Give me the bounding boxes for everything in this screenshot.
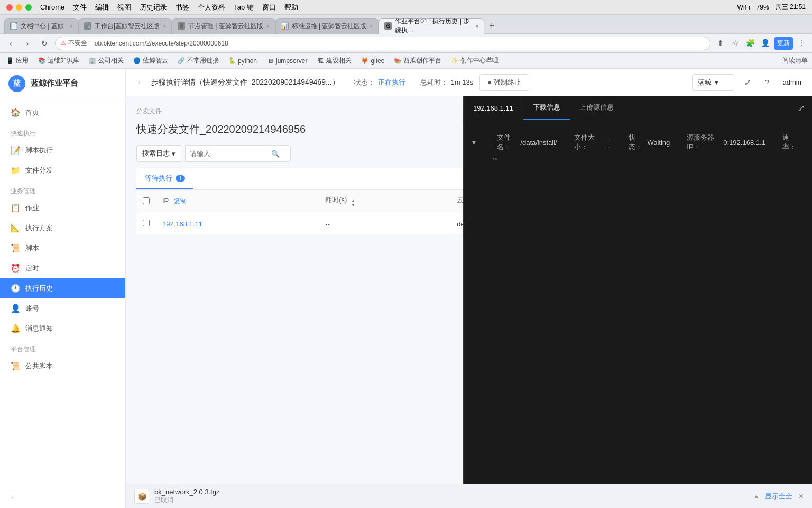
bookmark-jumpserver-label: jumpserver (276, 57, 307, 65)
share-icon[interactable]: ⬆ (715, 37, 726, 49)
tab-waiting[interactable]: 等待执行 1 (136, 168, 193, 189)
browser-tab-1[interactable]: 📄 文档中心 | 蓝鲸 × (4, 18, 78, 34)
sidebar-item-account[interactable]: 👤 账号 (0, 298, 125, 319)
menu-icon[interactable]: ⋮ (796, 37, 808, 49)
bookmark-creation[interactable]: ✨ 创作中心哔哩 (449, 55, 501, 66)
source-ip-value: 0:192.168.1.1 (723, 139, 765, 147)
mac-menu-bookmarks[interactable]: 书签 (176, 3, 189, 12)
mac-dot-red[interactable] (6, 4, 13, 11)
new-tab-button[interactable]: + (484, 19, 499, 34)
mac-menu-history[interactable]: 历史记录 (140, 3, 167, 12)
browser-tab-3[interactable]: 🖥 节点管理 | 蓝鲸智云社区版 × (172, 18, 275, 34)
mac-menu-help[interactable]: 帮助 (284, 3, 298, 12)
search-input[interactable] (190, 150, 269, 158)
sidebar-item-script-exec[interactable]: 📝 脚本执行 (0, 140, 125, 160)
time-label: 总耗时： (420, 78, 448, 87)
mac-menu-profile[interactable]: 个人资料 (198, 3, 225, 12)
env-selector[interactable]: 蓝鲸 ▾ (692, 74, 734, 91)
sidebar-item-tasks[interactable]: 📋 作业 (0, 198, 125, 218)
bookmark-apps[interactable]: 📱 应用 (4, 55, 31, 66)
browser-tab-4[interactable]: 📊 标准运维 | 蓝鲸智云社区版 × (275, 18, 379, 34)
tab-waiting-label: 等待执行 (145, 174, 172, 183)
reading-list-btn[interactable]: 阅读清单 (782, 56, 808, 65)
sidebar-item-notification[interactable]: 🔔 消息通知 (0, 319, 125, 339)
sidebar-back-button[interactable]: ← (11, 494, 115, 502)
bookmark-company[interactable]: 🏢 公司相关 (87, 55, 126, 66)
address-bar[interactable]: ⚠ 不安全 | job.bktencent.com/2/execute/step… (55, 37, 710, 50)
forward-button[interactable]: › (21, 37, 34, 50)
file-row-chevron-icon[interactable]: ▾ (472, 138, 476, 147)
mac-dot-yellow[interactable] (16, 4, 22, 11)
browser-tabs-row: 📄 文档中心 | 蓝鲸 × 🔧 工作台|蓝鲸智云社区版 × 🖥 节点管理 | 蓝… (0, 15, 812, 34)
detail-expand-icon[interactable]: ⤢ (790, 99, 812, 117)
download-close-button[interactable]: × (799, 492, 804, 501)
bookmark-ops-knowledge[interactable]: 📚 运维知识库 (36, 55, 81, 66)
detail-tab-download[interactable]: 下载信息 (523, 96, 570, 120)
col-ip-label: IP (162, 197, 169, 205)
browser-tab-5[interactable]: ⚙ 作业平台01 | 执行历史 | 步骤执… × (379, 18, 484, 34)
download-collapse-icon[interactable]: ▲ (753, 493, 760, 500)
apps-icon: 📱 (6, 57, 14, 65)
col-copy-label[interactable]: 复制 (174, 197, 187, 205)
tab-close-1[interactable]: × (69, 23, 72, 29)
bookmark-rarely[interactable]: 🔗 不常用链接 (176, 55, 221, 66)
help-icon[interactable]: ? (760, 75, 774, 90)
sidebar-item-file-dist[interactable]: 📁 文件分发 (0, 160, 125, 180)
file-status-label: 状态： (629, 133, 644, 152)
back-button[interactable]: ‹ (4, 37, 17, 50)
bookmark-xigua[interactable]: 🍉 西瓜创作平台 (392, 55, 444, 66)
update-button[interactable]: 更新 (774, 37, 793, 50)
tab-close-5[interactable]: × (475, 23, 478, 29)
content-area: ← 步骤执行详情（快速分发文件_202202090214949469...） 状… (126, 69, 812, 508)
tab-close-2[interactable]: × (163, 23, 166, 29)
mac-menu-window[interactable]: 窗口 (262, 3, 276, 12)
mac-menu-tab[interactable]: Tab 键 (234, 3, 254, 12)
tab-close-3[interactable]: × (266, 23, 270, 29)
detail-tab-upload[interactable]: 上传源信息 (570, 96, 623, 120)
rarely-icon: 🔗 (178, 57, 185, 65)
tab-label-3: 节点管理 | 蓝鲸智云社区版 (188, 22, 263, 31)
expand-icon[interactable]: ⤢ (741, 75, 755, 90)
bookmark-python[interactable]: 🐍 python (226, 56, 259, 66)
bookmark-star-icon[interactable]: ☆ (730, 37, 741, 49)
ip-value[interactable]: 192.168.1.11 (162, 220, 202, 228)
stop-button[interactable]: ● 强制终止 (479, 74, 529, 91)
page-back-arrow[interactable]: ← (136, 78, 145, 87)
duration-sort-icon[interactable]: ▲▼ (351, 199, 355, 207)
tab-close-4[interactable]: × (370, 23, 373, 29)
bookmark-build[interactable]: 🏗 建设相关 (315, 55, 354, 66)
sidebar-cron-label: 定时 (25, 264, 39, 273)
browser-tabs-bar: 📄 文档中心 | 蓝鲸 × 🔧 工作台|蓝鲸智云社区版 × 🖥 节点管理 | 蓝… (0, 15, 812, 34)
bookmark-blueking[interactable]: 🔵 蓝鲸智云 (131, 55, 170, 66)
table-col-duration: 耗时(s) ▲▼ (319, 190, 450, 213)
show-all-button[interactable]: 显示全全 (765, 492, 792, 501)
status-value: 正在执行 (378, 78, 405, 87)
sidebar-item-public-scripts[interactable]: 📜 公共脚本 (0, 356, 125, 376)
select-all-checkbox[interactable] (143, 197, 150, 204)
sidebar-item-cron[interactable]: ⏰ 定时 (0, 258, 125, 278)
search-select-dropdown[interactable]: 搜索日志 ▾ (136, 145, 181, 162)
address-separator: | (89, 40, 91, 47)
mac-menu-view[interactable]: 视图 (117, 3, 131, 12)
sidebar-history-label: 执行历史 (25, 284, 53, 293)
sidebar-item-home[interactable]: 🏠 首页 (0, 103, 125, 123)
cron-icon: ⏰ (11, 264, 20, 273)
sidebar-item-history[interactable]: 🕐 执行历史 (0, 278, 125, 298)
mac-menu-edit[interactable]: 编辑 (95, 3, 109, 12)
row-checkbox[interactable] (143, 220, 150, 226)
sidebar-item-plan[interactable]: 📐 执行方案 (0, 218, 125, 238)
bookmark-build-label: 建设相关 (326, 56, 352, 65)
notification-icon: 🔔 (11, 324, 20, 333)
download-filename: bk_network_2.0.3.tgz (154, 488, 748, 496)
sidebar-item-scripts[interactable]: 📜 脚本 (0, 238, 125, 258)
mac-menu-file[interactable]: 文件 (73, 3, 87, 12)
extensions-icon[interactable]: 🧩 (744, 37, 756, 49)
mac-dot-green[interactable] (25, 4, 32, 11)
sidebar-navigation: 🏠 首页 快速执行 📝 脚本执行 📁 文件分发 业务管理 📋 作业 📐 执行方案 (0, 98, 125, 487)
browser-tab-2[interactable]: 🔧 工作台|蓝鲸智云社区版 × (78, 18, 172, 34)
bookmark-gitee[interactable]: 🦊 gitee (359, 56, 386, 66)
bookmark-jumpserver[interactable]: 🖥 jumpserver (264, 56, 309, 66)
search-input-wrap: 🔍 (185, 145, 291, 162)
reload-button[interactable]: ↻ (38, 37, 51, 50)
profile-icon[interactable]: 👤 (759, 37, 771, 49)
